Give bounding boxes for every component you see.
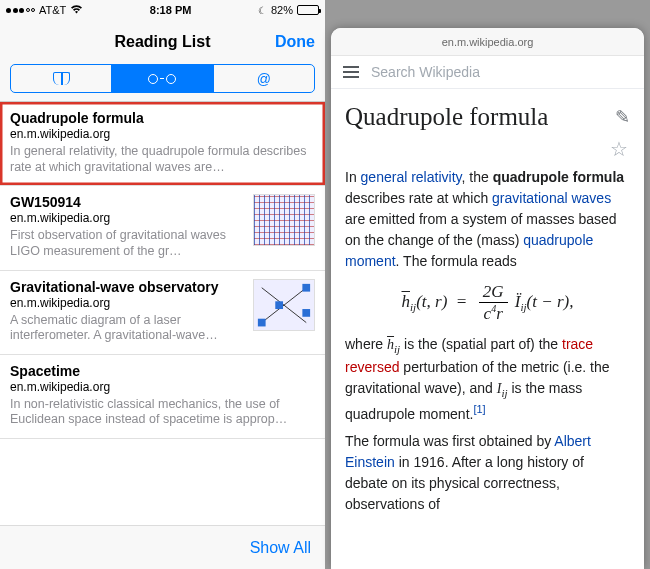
preview-sheet: en.m.wikipedia.org Search Wikipedia Quad… bbox=[331, 28, 644, 569]
article-preview-screen: en.m.wikipedia.org Search Wikipedia Quad… bbox=[325, 0, 650, 569]
glasses-icon bbox=[148, 74, 176, 84]
svg-rect-5 bbox=[275, 301, 283, 309]
link-gravitational-waves[interactable]: gravitational waves bbox=[492, 190, 611, 206]
clock: 8:18 PM bbox=[150, 4, 192, 16]
status-bar: AT&T 8:18 PM ☾ 82% bbox=[0, 0, 325, 20]
formula: hij(t, r) = 2G c4r Ïij(t − r), bbox=[345, 282, 630, 324]
toolbar: Show All bbox=[0, 525, 325, 569]
reading-list: Quadrupole formula en.m.wikipedia.org In… bbox=[0, 101, 325, 525]
reference-1[interactable]: [1] bbox=[473, 403, 485, 415]
watchlist-star-icon[interactable]: ☆ bbox=[610, 138, 628, 160]
paragraph: The formula was first obtained by Albert… bbox=[345, 431, 630, 515]
item-desc: In non-relativistic classical mechanics,… bbox=[10, 397, 315, 428]
segment-reading-list[interactable] bbox=[111, 65, 212, 92]
paragraph: In general relativity, the quadrupole fo… bbox=[345, 167, 630, 272]
item-thumbnail bbox=[253, 194, 315, 246]
link-general-relativity[interactable]: general relativity bbox=[361, 169, 462, 185]
article-body: Quadrupole formula ✎ ☆ In general relati… bbox=[331, 89, 644, 525]
battery-icon bbox=[297, 5, 319, 15]
item-desc: A schematic diagram of a laser interfero… bbox=[10, 313, 245, 344]
page-title: Reading List bbox=[114, 33, 210, 51]
wifi-icon bbox=[70, 4, 83, 16]
article-title: Quadrupole formula bbox=[345, 103, 548, 131]
reading-list-screen: AT&T 8:18 PM ☾ 82% Reading List Done @ bbox=[0, 0, 325, 569]
item-desc: In general relativity, the quadrupole fo… bbox=[10, 144, 315, 175]
segment-shared-links[interactable]: @ bbox=[213, 65, 314, 92]
list-item[interactable]: Quadrupole formula en.m.wikipedia.org In… bbox=[0, 102, 325, 186]
item-title: Gravitational-wave observatory bbox=[10, 279, 245, 295]
svg-rect-3 bbox=[302, 283, 310, 291]
segment-control-row: @ bbox=[0, 64, 325, 101]
svg-rect-4 bbox=[302, 309, 310, 317]
item-source: en.m.wikipedia.org bbox=[10, 296, 245, 310]
carrier-label: AT&T bbox=[39, 4, 66, 16]
show-all-button[interactable]: Show All bbox=[250, 539, 311, 557]
item-source: en.m.wikipedia.org bbox=[10, 127, 315, 141]
item-thumbnail bbox=[253, 279, 315, 331]
item-desc: First observation of gravitational waves… bbox=[10, 228, 245, 259]
book-icon bbox=[53, 72, 70, 85]
item-title: Quadrupole formula bbox=[10, 110, 315, 126]
list-item[interactable]: Gravitational-wave observatory en.m.wiki… bbox=[0, 271, 325, 355]
battery-pct: 82% bbox=[271, 4, 293, 16]
edit-icon[interactable]: ✎ bbox=[615, 106, 630, 128]
list-item[interactable]: Spacetime en.m.wikipedia.org In non-rela… bbox=[0, 355, 325, 439]
segment-bookmarks[interactable] bbox=[11, 65, 111, 92]
segment-control: @ bbox=[10, 64, 315, 93]
signal-strength-icon bbox=[6, 8, 35, 13]
paragraph: where hij is the (spatial part of) the t… bbox=[345, 334, 630, 425]
item-title: Spacetime bbox=[10, 363, 315, 379]
list-item[interactable]: GW150914 en.m.wikipedia.org First observ… bbox=[0, 186, 325, 270]
hamburger-icon[interactable] bbox=[343, 66, 359, 78]
search-input[interactable]: Search Wikipedia bbox=[371, 64, 480, 80]
item-source: en.m.wikipedia.org bbox=[10, 380, 315, 394]
svg-rect-2 bbox=[258, 318, 266, 326]
item-title: GW150914 bbox=[10, 194, 245, 210]
url-bar[interactable]: en.m.wikipedia.org bbox=[331, 28, 644, 56]
url-text: en.m.wikipedia.org bbox=[442, 36, 534, 48]
done-button[interactable]: Done bbox=[275, 33, 315, 51]
item-source: en.m.wikipedia.org bbox=[10, 211, 245, 225]
wiki-header: Search Wikipedia bbox=[331, 56, 644, 89]
nav-bar: Reading List Done bbox=[0, 20, 325, 64]
do-not-disturb-icon: ☾ bbox=[258, 5, 267, 16]
